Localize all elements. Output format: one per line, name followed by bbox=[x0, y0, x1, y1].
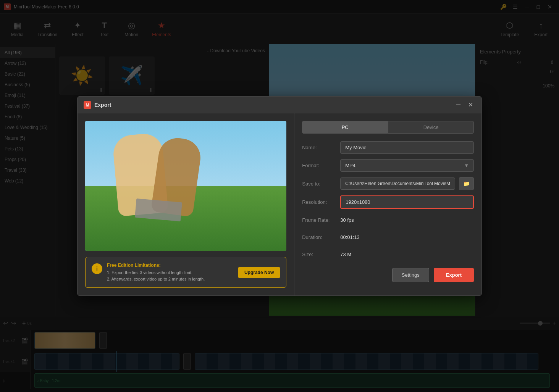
modal-logo: M bbox=[84, 101, 91, 109]
modal-header-controls: ─ ✕ bbox=[454, 100, 475, 109]
name-label: Name: bbox=[302, 145, 336, 150]
modal-close-button[interactable]: ✕ bbox=[466, 100, 475, 109]
info-title: Free Edition Limitations: bbox=[107, 263, 234, 268]
resolution-input[interactable]: 1920x1080 bbox=[340, 195, 474, 209]
modal-settings: PC Device Name: My Movie Format: MP4 ▼ bbox=[294, 113, 481, 295]
frame-rate-row: Frame Rate: 30 fps bbox=[302, 214, 474, 226]
name-input[interactable]: My Movie bbox=[340, 141, 474, 154]
duration-row: Duration: 00:01:13 bbox=[302, 231, 474, 243]
upgrade-now-button[interactable]: Upgrade Now bbox=[238, 267, 280, 278]
browse-folder-button[interactable]: 📁 bbox=[459, 177, 474, 190]
format-row: Format: MP4 ▼ bbox=[302, 159, 474, 172]
save-to-row: Save to: C:\Users\Helen Green\Documents\… bbox=[302, 177, 474, 190]
modal-header-left: M Export bbox=[84, 101, 111, 109]
save-to-label: Save to: bbox=[302, 181, 336, 187]
name-row: Name: My Movie bbox=[302, 141, 474, 154]
settings-button[interactable]: Settings bbox=[392, 268, 429, 282]
frame-rate-value: 30 fps bbox=[340, 214, 474, 226]
save-to-path[interactable]: C:\Users\Helen Green\Documents\MiniTool … bbox=[340, 177, 455, 190]
modal-footer: Settings Export bbox=[302, 268, 474, 282]
modal-title: Export bbox=[94, 102, 111, 108]
size-value: 73 M bbox=[340, 248, 474, 260]
duration-label: Duration: bbox=[302, 234, 336, 240]
info-line1: 1. Export the first 3 videos without len… bbox=[107, 269, 234, 276]
chevron-down-icon: ▼ bbox=[464, 163, 469, 168]
size-row: Size: 73 M bbox=[302, 248, 474, 260]
modal-preview: i Free Edition Limitations: 1. Export th… bbox=[78, 113, 294, 295]
modal-header: M Export ─ ✕ bbox=[78, 97, 481, 113]
preview-image-inner bbox=[85, 121, 286, 251]
duration-value: 00:01:13 bbox=[340, 231, 474, 243]
info-line2: 2. Afterwards, export video up to 2 minu… bbox=[107, 276, 234, 282]
tab-device[interactable]: Device bbox=[388, 121, 474, 134]
tab-row: PC Device bbox=[302, 121, 474, 134]
frame-rate-label: Frame Rate: bbox=[302, 217, 336, 223]
format-value: MP4 bbox=[345, 163, 355, 168]
format-label: Format: bbox=[302, 163, 336, 168]
modal-overlay: M Export ─ ✕ bbox=[0, 0, 559, 392]
info-icon: i bbox=[92, 263, 102, 274]
preview-image bbox=[85, 121, 286, 251]
format-select[interactable]: MP4 ▼ bbox=[340, 159, 474, 172]
modal-minimize-button[interactable]: ─ bbox=[454, 100, 463, 109]
size-label: Size: bbox=[302, 252, 336, 257]
export-modal: M Export ─ ✕ bbox=[77, 96, 482, 296]
export-button[interactable]: Export bbox=[434, 268, 474, 282]
info-banner: i Free Edition Limitations: 1. Export th… bbox=[85, 257, 286, 288]
info-content: Free Edition Limitations: 1. Export the … bbox=[107, 263, 234, 282]
resolution-label: Resolution: bbox=[302, 199, 336, 205]
tab-pc[interactable]: PC bbox=[302, 121, 388, 134]
modal-body: i Free Edition Limitations: 1. Export th… bbox=[78, 113, 481, 295]
resolution-row: Resolution: 1920x1080 bbox=[302, 195, 474, 209]
